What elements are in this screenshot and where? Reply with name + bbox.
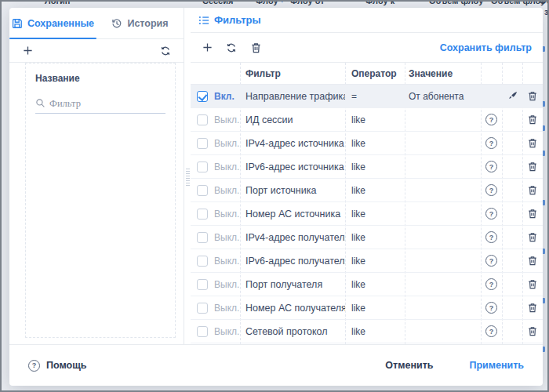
help-icon[interactable]: ? <box>485 184 497 196</box>
row-state-label: Выкл. <box>209 162 240 172</box>
row-filter-name: ИД сессии <box>240 114 345 125</box>
bg-column-label: Флоу к <box>365 0 394 5</box>
apply-button[interactable]: Применить <box>469 360 524 371</box>
bg-column-label: Флоу от <box>290 0 325 5</box>
panel-resize-handle[interactable] <box>184 8 191 344</box>
bg-column-label: Сессия <box>202 0 233 5</box>
filter-row: Выкл. Номер АС получателя like ? <box>191 296 543 320</box>
delete-icon[interactable] <box>528 138 537 148</box>
dialog-footer: ? Помощь Отменить Применить <box>9 344 543 386</box>
help-icon[interactable]: ? <box>485 137 497 149</box>
saved-filters-toolbar <box>9 39 184 63</box>
tab-history[interactable]: История <box>96 8 184 38</box>
row-state-label: Выкл. <box>209 209 240 220</box>
delete-icon[interactable] <box>528 209 537 219</box>
help-button[interactable]: ? Помощь <box>28 360 86 372</box>
edit-brush-icon[interactable] <box>507 91 518 101</box>
row-operator: like <box>345 162 405 172</box>
delete-filters-button[interactable] <box>249 41 263 55</box>
trash-icon <box>251 42 261 53</box>
history-icon <box>111 18 122 29</box>
tab-saved[interactable]: Сохраненные <box>9 8 96 38</box>
row-checkbox[interactable] <box>197 232 208 243</box>
row-filter-name: Порт источника <box>240 185 345 196</box>
filter-row: Выкл. Номер АС источника like ? <box>191 202 543 226</box>
row-state-label: Выкл. <box>209 256 240 267</box>
row-operator: like <box>345 232 405 243</box>
save-icon <box>12 18 23 29</box>
saved-filter-search-input[interactable] <box>49 98 165 109</box>
filters-dialog: Сохраненные История <box>9 8 543 386</box>
row-checkbox[interactable] <box>197 256 208 267</box>
column-header-operator: Оператор <box>345 68 405 79</box>
delete-icon[interactable] <box>528 162 537 172</box>
filter-row: Выкл. IPv4-адрес получателя like ? <box>191 226 543 249</box>
filters-panel-header: Фильтры <box>191 8 543 33</box>
row-filter-name: Номер АС источника <box>240 209 345 220</box>
save-filter-button[interactable]: Сохранить фильтр <box>440 42 532 53</box>
help-icon[interactable]: ? <box>485 278 497 290</box>
clipped-background-text: з <box>544 8 548 16</box>
help-icon[interactable]: ? <box>485 161 497 172</box>
row-filter-name: Направление трафика <box>240 91 345 102</box>
column-header-filter: Фильтр <box>240 68 345 79</box>
filters-panel-title: Фильтры <box>214 14 261 26</box>
grip-icon <box>186 169 190 187</box>
filter-rows: Вкл. Направление трафика = От абонента ? <box>191 85 543 343</box>
filters-toolbar: Сохранить фильтр <box>191 33 543 63</box>
row-state-label: Выкл. <box>209 138 240 149</box>
delete-icon[interactable] <box>528 91 537 101</box>
row-checkbox[interactable] <box>197 138 208 149</box>
row-checkbox[interactable] <box>197 162 208 172</box>
filter-table-header: Фильтр Оператор Значение <box>191 63 543 85</box>
plus-icon <box>202 42 213 53</box>
row-state-label: Вкл. <box>209 91 240 102</box>
filters-panel: Фильтры <box>191 8 543 344</box>
delete-icon[interactable] <box>528 185 537 195</box>
row-operator: like <box>345 256 405 267</box>
help-icon: ? <box>28 360 40 372</box>
row-checkbox[interactable] <box>197 326 208 337</box>
saved-table-column-header: Название <box>26 64 175 84</box>
row-operator: like <box>345 114 405 125</box>
row-checkbox[interactable] <box>197 185 208 196</box>
row-checkbox[interactable] <box>197 114 208 125</box>
refresh-icon <box>160 45 171 56</box>
row-checkbox[interactable] <box>197 303 208 314</box>
delete-icon[interactable] <box>528 256 537 266</box>
saved-filters-table: Название <box>25 63 176 338</box>
help-label: Помощь <box>46 360 86 371</box>
help-icon[interactable]: ? <box>485 231 497 243</box>
filter-row: Выкл. Порт источника like ? <box>191 179 543 202</box>
help-icon[interactable]: ? <box>485 114 497 125</box>
cancel-button[interactable]: Отменить <box>385 360 433 371</box>
saved-filter-search <box>35 93 165 114</box>
refresh-filters-button[interactable] <box>224 41 238 55</box>
bg-column-label: Объем флоу <box>429 0 483 5</box>
filter-row: Выкл. ИД сессии like ? <box>191 108 543 132</box>
background-table-header: Логин Сессия Флоу Флоу от Флоу к Объем ф… <box>2 0 547 8</box>
refresh-saved-filters-button[interactable] <box>158 44 173 58</box>
help-icon[interactable]: ? <box>485 208 497 220</box>
add-filter-button[interactable] <box>200 41 214 55</box>
row-state-label: Выкл. <box>209 279 240 290</box>
delete-icon[interactable] <box>528 114 537 125</box>
add-saved-filter-button[interactable] <box>20 44 35 58</box>
row-checkbox[interactable] <box>197 209 208 220</box>
delete-icon[interactable] <box>528 303 537 313</box>
delete-icon[interactable] <box>528 326 537 336</box>
screen: Логин Сессия Флоу Флоу от Флоу к Объем ф… <box>0 0 549 392</box>
row-checkbox[interactable] <box>197 91 208 102</box>
filter-row: Выкл. Порт получателя like ? <box>191 273 543 296</box>
list-icon <box>198 15 209 26</box>
row-operator: like <box>345 303 405 314</box>
help-icon[interactable]: ? <box>485 302 497 314</box>
help-icon[interactable]: ? <box>485 325 497 337</box>
delete-icon[interactable] <box>528 232 537 242</box>
delete-icon[interactable] <box>528 279 537 289</box>
help-icon[interactable]: ? <box>485 255 497 267</box>
row-value: От абонента <box>405 91 481 102</box>
row-checkbox[interactable] <box>197 279 208 290</box>
row-filter-name: IPv6-адрес получателя <box>240 256 345 267</box>
bg-column-label: Флоу <box>256 0 278 5</box>
